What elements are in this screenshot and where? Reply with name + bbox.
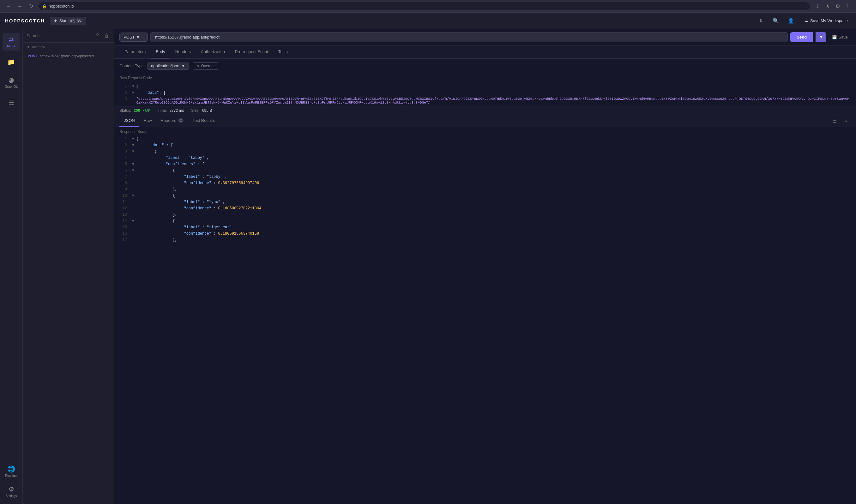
collections-icon: 📁 <box>7 58 15 66</box>
resp-line-11: 11 "label" : "lynx" , <box>114 200 856 206</box>
raw-body-title: Raw Request Body <box>114 73 856 83</box>
resp-line-14: 14 ▼ { <box>114 218 856 225</box>
help-icon[interactable]: ? <box>95 32 100 39</box>
back-button[interactable]: ← <box>4 2 13 11</box>
resp-line-5: 5 ▼ "confidences" : [ <box>114 162 856 168</box>
save-label: Save <box>838 35 848 39</box>
sidebar-item-graphql[interactable]: ◕ GraphQL <box>2 73 20 91</box>
resp-tab-test-results[interactable]: Test Results <box>188 115 219 127</box>
resp-tab-headers[interactable]: Headers 2 <box>156 115 188 127</box>
tab-authorization[interactable]: Authorization <box>196 46 230 58</box>
resp-sort-icon[interactable]: ▿ <box>841 116 851 126</box>
size-label: Size: <box>191 108 200 113</box>
response-tabs: JSON Raw Headers 2 Test Results ☰ ▿ <box>114 115 856 127</box>
sidebar-realtime-label: Realtime <box>5 474 17 478</box>
tab-headers[interactable]: Headers <box>170 46 196 58</box>
content-type-label: Content Type <box>119 64 144 68</box>
content-type-select[interactable]: application/json ▼ <box>147 62 189 70</box>
time-value: 2772 ms <box>170 108 184 113</box>
tab-parameters[interactable]: Parameters <box>119 46 151 58</box>
sidebar-item-realtime[interactable]: 🌐 Realtime <box>2 462 20 480</box>
github-star-button[interactable]: ★ Star 47,135 <box>50 17 86 25</box>
send-dropdown-button[interactable]: ▼ <box>816 32 826 42</box>
browser-bar: ← → ↻ 🔒 hoppscotch.io ⇓ ★ ⚙ ⋮ <box>0 0 856 13</box>
resp-line-3: 3 ▼ { <box>114 149 856 155</box>
star-label: Star <box>59 19 66 23</box>
override-icon: ↻ <box>196 64 199 68</box>
sidebar-item-settings[interactable]: ⚙ Settings <box>2 483 20 500</box>
resp-line-10: 10 ▼ { <box>114 193 856 200</box>
app-header: HOPPSCOTCH ★ Star 47,135 ⇓ 🔍 👤 ☁ Save My… <box>0 13 856 29</box>
long-string-value: "data:image/png;base64,iVBORw0KGgoAAAANS… <box>136 97 851 105</box>
download-icon[interactable]: ⇓ <box>813 2 822 11</box>
resp-line-16: 16 "confidence" : 0.1805918663740158 <box>114 231 856 237</box>
status-bar: Status: 200 • OK Time: 2772 ms Size: 695… <box>114 106 856 115</box>
request-code-editor[interactable]: 1 ▼ { 2 ▼ "data" : [ 3 "data:image/png;b… <box>114 83 856 106</box>
resp-line-7: 7 "label" : "tabby" , <box>114 174 856 181</box>
resp-line-9: 9 }, <box>114 187 856 193</box>
resp-filter-icon[interactable]: ☰ <box>830 116 840 126</box>
url-bar: POST ▼ Send ▼ 💾 Save <box>114 29 856 46</box>
resp-line-1: 1 ▼ { <box>114 137 856 143</box>
resp-tab-json[interactable]: JSON <box>119 115 139 127</box>
reload-button[interactable]: ↻ <box>26 2 35 11</box>
sidebar-item-collections[interactable]: 📁 <box>2 53 20 71</box>
response-body-title: Response Body <box>114 127 856 137</box>
headers-badge: 2 <box>178 119 184 123</box>
req-code-line-3: 3 "data:image/png;base64,iVBORw0KGgoAAAA… <box>114 97 856 105</box>
layers-icon: ☰ <box>8 98 14 106</box>
resp-tab-raw[interactable]: Raw <box>139 115 156 127</box>
collection-header: ? 🗑 <box>23 29 114 43</box>
resp-line-4: 4 "label" : "tabby" , <box>114 155 856 162</box>
sidebar-graphql-label: GraphQL <box>5 85 18 88</box>
realtime-icon: 🌐 <box>7 465 15 473</box>
address-text: hoppscotch.io <box>49 4 74 8</box>
request-panel: POST ▼ Send ▼ 💾 Save Parameters Body Hea… <box>114 29 856 504</box>
more-icon[interactable]: ⋮ <box>843 2 852 11</box>
lock-icon: 🔒 <box>42 4 47 8</box>
forward-button[interactable]: → <box>15 2 24 11</box>
sidebar: ⇄ REST 📁 ◕ GraphQL ☰ 🌐 Realtime ⚙ Settin… <box>0 29 23 504</box>
history-label: ▼ Just now <box>23 43 114 52</box>
delete-collection-icon[interactable]: 🗑 <box>103 32 110 39</box>
search-input[interactable] <box>26 34 92 38</box>
tab-pre-request-script[interactable]: Pre-request Script <box>230 46 273 58</box>
resp-line-13: 13 }, <box>114 212 856 218</box>
search-action-icon[interactable]: 🔍 <box>771 16 781 26</box>
status-text: • OK <box>142 108 150 113</box>
address-bar[interactable]: 🔒 hoppscotch.io <box>38 2 810 11</box>
extensions-icon[interactable]: ⚙ <box>833 2 842 11</box>
resp-line-6: 6 ▼ { <box>114 168 856 174</box>
response-code-editor[interactable]: 1 ▼ { 2 ▼ "data" : [ 3 ▼ { <box>114 137 856 504</box>
url-input[interactable] <box>150 32 788 42</box>
settings-icon: ⚙ <box>8 485 14 493</box>
save-workspace-icon: ☁ <box>804 18 808 23</box>
resp-line-15: 15 "label" : "tiger cat" , <box>114 225 856 231</box>
save-icon: 💾 <box>832 35 837 39</box>
main-content: ⇄ REST 📁 ◕ GraphQL ☰ 🌐 Realtime ⚙ Settin… <box>0 29 856 504</box>
tab-body[interactable]: Body <box>151 46 170 58</box>
history-time: Just now <box>31 45 45 49</box>
method-value: POST <box>124 35 135 39</box>
save-button[interactable]: 💾 Save <box>829 33 851 41</box>
override-button[interactable]: ↻ Override <box>193 62 219 70</box>
send-button[interactable]: Send <box>790 32 813 42</box>
status-label: Status: <box>119 108 131 113</box>
github-icon: ★ <box>53 18 57 23</box>
req-code-line-1: 1 ▼ { <box>114 84 856 90</box>
history-item[interactable]: POST https://15237.gradio.app/api/predic… <box>23 52 114 60</box>
bookmark-icon[interactable]: ★ <box>823 2 832 11</box>
user-action-icon[interactable]: 👤 <box>786 16 796 26</box>
sidebar-settings-label: Settings <box>5 494 17 498</box>
sidebar-item-rest[interactable]: ⇄ REST <box>2 33 20 51</box>
method-select[interactable]: POST ▼ <box>119 33 148 42</box>
resp-line-2: 2 ▼ "data" : [ <box>114 143 856 149</box>
resp-line-8: 8 "confidence" : 0.3927975594997406 <box>114 181 856 187</box>
save-workspace-button[interactable]: ☁ Save My Workspace <box>801 16 851 25</box>
sidebar-item-layers[interactable]: ☰ <box>2 93 20 111</box>
download-action-icon[interactable]: ⇓ <box>755 16 766 26</box>
req-code-line-2: 2 ▼ "data" : [ <box>114 90 856 97</box>
app-logo: HOPPSCOTCH <box>5 18 45 23</box>
tab-tests[interactable]: Tests <box>273 46 293 58</box>
endpoint-text: https://15237.gradio.app/api/predict <box>40 54 94 58</box>
